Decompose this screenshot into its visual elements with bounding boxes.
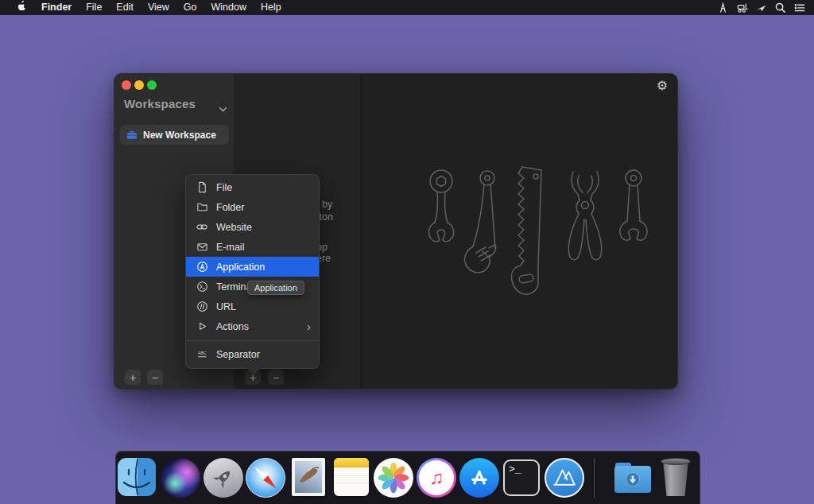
remove-workspace-button[interactable]: − <box>147 370 163 385</box>
menu-edit[interactable]: Edit <box>109 0 141 15</box>
zoom-traffic-light[interactable] <box>147 80 157 90</box>
apple-icon <box>17 0 27 11</box>
menu-item-label: Separator <box>216 349 311 360</box>
link-icon <box>196 221 208 234</box>
separator-icon: ABC <box>196 348 208 361</box>
menu-item-label: Website <box>216 222 311 233</box>
terminal-icon <box>196 281 208 293</box>
detail-panel: ⚙ <box>361 74 678 389</box>
add-workspace-button[interactable]: + <box>125 370 141 385</box>
workspaces-window: ⚙ <box>114 73 678 390</box>
menu-item-actions[interactable]: Actions › <box>186 316 319 336</box>
dock-launchpad-icon[interactable] <box>204 458 243 498</box>
chevron-right-icon: › <box>307 320 311 332</box>
tools-illustration <box>417 164 656 303</box>
chevron-down-icon[interactable] <box>219 102 227 116</box>
tooltip: Application <box>247 281 304 295</box>
notification-center-icon[interactable] <box>793 1 806 14</box>
menu-item-application[interactable]: Application <box>186 257 319 277</box>
menu-item-label: File <box>216 182 311 193</box>
dock-mail-icon[interactable] <box>289 458 328 498</box>
svg-text:ABC: ABC <box>197 351 206 355</box>
menu-item-url[interactable]: URL <box>186 297 319 316</box>
menu-item-label: E-mail <box>216 242 311 253</box>
menu-item-label: URL <box>216 301 311 312</box>
dock-trash-icon[interactable] <box>656 458 696 498</box>
spotlight-search-icon[interactable] <box>773 1 787 14</box>
menu-window[interactable]: Window <box>204 0 253 15</box>
menu-item-email[interactable]: E-mail <box>186 237 319 257</box>
dock-music-icon[interactable]: ♫ <box>417 458 456 498</box>
dock-terminal-icon[interactable]: >_ <box>502 458 541 498</box>
menu-item-label: Folder <box>216 202 311 213</box>
dock-app-store-icon[interactable] <box>459 458 499 498</box>
dock-downloads-icon[interactable] <box>613 458 653 498</box>
add-item-popover-menu: File Folder Website E-mail Application T… <box>185 174 320 369</box>
menu-view[interactable]: View <box>141 0 176 15</box>
folder-icon <box>196 201 208 214</box>
sidebar-item-label: New Workspace <box>143 130 216 141</box>
status-forklift-icon[interactable] <box>735 1 749 14</box>
sidebar-title: Workspaces <box>124 97 196 110</box>
dock-notes-icon[interactable] <box>331 458 371 498</box>
dock-photos-icon[interactable] <box>374 458 413 498</box>
desktop: Finder File Edit View Go Window Help <box>0 0 814 504</box>
menu-item-website[interactable]: Website <box>186 217 319 237</box>
close-traffic-light[interactable] <box>122 80 131 90</box>
menu-go[interactable]: Go <box>176 0 204 15</box>
dock: ♫ >_ <box>115 451 700 504</box>
menubar-app-name[interactable]: Finder <box>34 0 79 15</box>
menu-item-file[interactable]: File <box>186 177 319 197</box>
download-arrow-icon <box>629 475 637 484</box>
remove-item-button[interactable]: − <box>268 370 284 385</box>
menu-item-label: Application <box>216 262 311 273</box>
music-note-glyph: ♫ <box>429 468 444 487</box>
menu-item-folder[interactable]: Folder <box>186 197 319 217</box>
application-icon <box>196 261 208 273</box>
dock-workspaces-app-icon[interactable] <box>545 458 584 498</box>
menu-file[interactable]: File <box>79 0 109 15</box>
gear-icon[interactable]: ⚙ <box>657 78 668 93</box>
dock-safari-icon[interactable] <box>246 458 285 498</box>
menu-separator-line <box>186 340 319 341</box>
file-icon <box>196 181 208 194</box>
status-tool-icon[interactable] <box>716 1 730 14</box>
actions-icon <box>196 320 208 333</box>
sidebar-item-new-workspace[interactable]: New Workspace <box>120 125 229 145</box>
menu-help[interactable]: Help <box>254 0 289 15</box>
dock-finder-icon[interactable] <box>118 458 157 498</box>
url-icon <box>196 300 208 313</box>
minimize-traffic-light[interactable] <box>134 80 144 90</box>
menu-bar: Finder File Edit View Go Window Help <box>0 0 814 15</box>
apple-menu[interactable] <box>10 0 34 16</box>
workspace-briefcase-icon <box>126 130 138 140</box>
menu-item-separator[interactable]: ABC Separator <box>186 344 319 364</box>
envelope-icon <box>196 241 208 254</box>
dock-siri-icon[interactable] <box>161 458 200 498</box>
status-pointer-icon[interactable] <box>754 1 768 14</box>
dock-divider <box>594 458 595 498</box>
menu-item-label: Actions <box>216 321 299 332</box>
